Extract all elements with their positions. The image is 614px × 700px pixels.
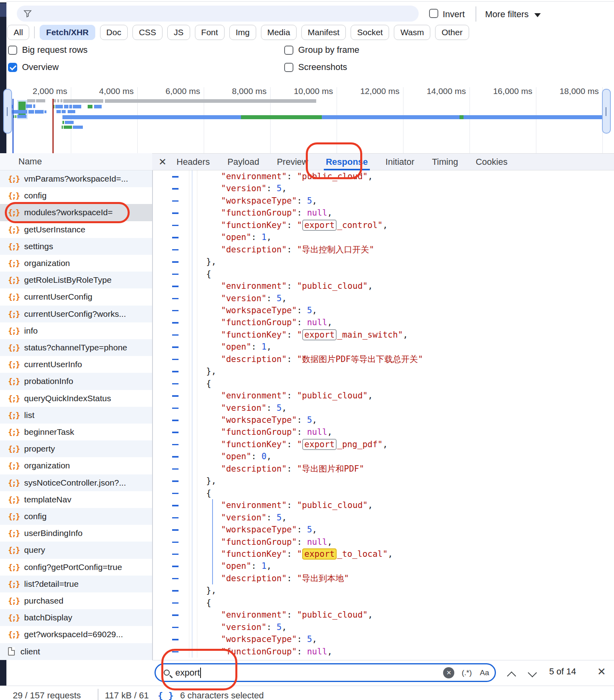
resource-chip-wasm[interactable]: Wasm xyxy=(394,25,430,40)
option-big-request-rows[interactable]: Big request rows xyxy=(8,45,88,55)
resource-chip-socket[interactable]: Socket xyxy=(351,25,389,40)
response-code-line: }, xyxy=(206,365,216,377)
timeline-bar xyxy=(322,115,459,119)
screenshots-checkbox[interactable] xyxy=(284,63,293,72)
code-token: "environment" xyxy=(221,281,287,291)
tab-response[interactable]: Response xyxy=(324,153,370,170)
resource-chip-img[interactable]: Img xyxy=(229,25,256,40)
tab-cookies[interactable]: Cookies xyxy=(474,153,509,170)
code-token: "environment" xyxy=(221,391,287,400)
code-token: }, xyxy=(206,366,216,376)
search-match: export xyxy=(302,220,337,231)
response-code-line: "environment": "public_cloud", xyxy=(221,170,373,182)
option-group-by-frame[interactable]: Group by frame xyxy=(284,45,359,55)
response-code-line: "workspaceType": 5, xyxy=(221,304,317,316)
code-token: , xyxy=(403,330,408,340)
resource-chip-doc[interactable]: Doc xyxy=(100,25,128,40)
close-search-icon[interactable]: ✕ xyxy=(597,666,606,678)
tab-headers[interactable]: Headers xyxy=(175,153,212,170)
name-column-header[interactable]: Name xyxy=(0,153,152,170)
code-token: "workspaceType" xyxy=(221,415,297,425)
response-code-line: "open": 0, xyxy=(221,450,271,462)
resource-chip-other[interactable]: Other xyxy=(435,25,469,40)
timeline-bar xyxy=(60,99,62,102)
response-source-viewer[interactable]: "environment": "public_cloud","version":… xyxy=(0,170,614,658)
option-overview[interactable]: Overview xyxy=(8,62,59,72)
response-code-line: "environment": "public_cloud", xyxy=(221,280,373,292)
regex-toggle[interactable]: (.*) xyxy=(462,668,472,677)
overview-checkbox[interactable] xyxy=(8,63,17,72)
filter-input[interactable] xyxy=(17,6,419,22)
search-input[interactable]: export ✕ (.*) Aa xyxy=(155,663,496,682)
resource-chip-fetch-xhr[interactable]: Fetch/XHR xyxy=(40,25,95,40)
response-code-line: "environment": "public_cloud", xyxy=(221,390,373,402)
response-code-line: "environment": "public_cloud", xyxy=(221,499,373,511)
code-token: , xyxy=(267,561,272,571)
code-token: "functionKey" xyxy=(221,440,287,449)
code-token: : xyxy=(297,537,307,547)
timeline-bar xyxy=(94,105,102,108)
overview-left-handle[interactable] xyxy=(3,89,12,134)
match-case-toggle[interactable]: Aa xyxy=(480,668,489,677)
timeline-gridline xyxy=(71,87,71,153)
clear-search-icon[interactable]: ✕ xyxy=(443,667,454,678)
response-code-line: "workspaceType": 5, xyxy=(221,195,317,207)
code-token: " xyxy=(297,440,302,449)
overview-right-handle[interactable] xyxy=(602,89,611,134)
timeline-bar xyxy=(56,110,61,113)
tab-timing[interactable]: Timing xyxy=(430,153,460,170)
timeline-bar xyxy=(28,110,34,114)
more-filters-button[interactable]: More filters xyxy=(485,9,541,20)
wrapped-line-gutter-mark xyxy=(172,651,179,653)
code-token: "functionGroup" xyxy=(221,208,297,218)
code-token: 5 xyxy=(307,634,312,644)
wrapped-line-gutter-mark xyxy=(172,298,179,300)
wrapped-line-gutter-mark xyxy=(172,261,179,263)
code-token: { xyxy=(206,488,211,498)
code-token: "导出到本地" xyxy=(297,574,349,583)
timeline-tick-label: 16,000 ms xyxy=(493,86,532,96)
code-token: "version" xyxy=(221,403,267,413)
code-token: null xyxy=(307,647,327,656)
wrapped-line-gutter-mark xyxy=(172,408,179,409)
invert-checkbox[interactable] xyxy=(429,9,438,18)
tab-initiator[interactable]: Initiator xyxy=(383,153,416,170)
tab-payload[interactable]: Payload xyxy=(225,153,261,170)
wrapped-line-gutter-mark xyxy=(172,614,179,616)
group-by-frame-checkbox[interactable] xyxy=(284,46,293,55)
code-token: , xyxy=(368,500,373,510)
code-token: 5 xyxy=(307,306,312,315)
resource-chip-css[interactable]: CSS xyxy=(132,25,163,40)
code-token: : xyxy=(287,220,297,230)
response-code-line: "workspaceType": 5, xyxy=(221,524,317,536)
requests-count: 29 / 157 requests xyxy=(13,690,81,700)
wrapped-line-gutter-mark xyxy=(172,237,179,238)
code-token: : xyxy=(267,294,277,303)
code-token: : xyxy=(251,561,261,571)
code-token: 5 xyxy=(307,525,312,534)
timeline-bar xyxy=(64,105,68,108)
big-request-rows-checkbox[interactable] xyxy=(8,46,17,55)
tab-preview[interactable]: Preview xyxy=(275,153,310,170)
resource-chip-all[interactable]: All xyxy=(7,25,29,40)
code-token: "description" xyxy=(221,464,287,474)
wrapped-line-gutter-mark xyxy=(172,590,179,592)
code-token: : xyxy=(267,403,277,413)
search-query-text: export xyxy=(175,668,200,678)
close-detail-icon[interactable]: ✕ xyxy=(159,156,175,168)
option-screenshots[interactable]: Screenshots xyxy=(284,62,347,72)
code-token: , xyxy=(282,403,287,413)
code-token: , xyxy=(368,610,373,620)
code-token: "workspaceType" xyxy=(221,634,297,644)
resource-chip-media[interactable]: Media xyxy=(261,25,297,40)
wrapped-line-gutter-mark xyxy=(172,529,179,531)
more-filters-label: More filters xyxy=(485,9,529,19)
code-token: _to_local" xyxy=(337,549,387,559)
wrapped-line-gutter-mark xyxy=(172,505,179,506)
wrapped-line-gutter-mark xyxy=(172,310,179,312)
resource-chip-font[interactable]: Font xyxy=(195,25,225,40)
resource-chip-js[interactable]: JS xyxy=(167,25,190,40)
network-overview-timeline[interactable]: 2,000 ms4,000 ms6,000 ms8,000 ms10,000 m… xyxy=(0,78,614,153)
resource-chip-manifest[interactable]: Manifest xyxy=(301,25,346,40)
code-token: "数据图片PDF等导出下载总开关" xyxy=(297,354,423,364)
